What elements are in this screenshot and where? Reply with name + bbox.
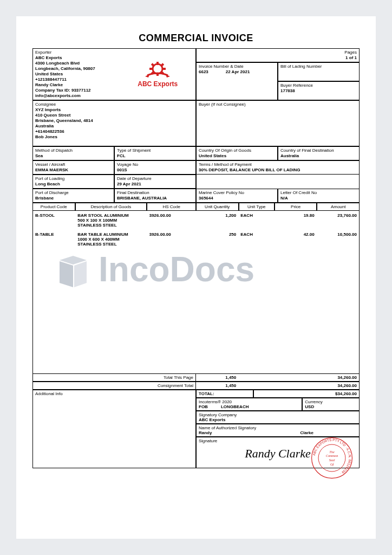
consign-total-qty: 1,450 xyxy=(196,382,238,389)
shipment-type-val: FCL xyxy=(117,153,193,159)
exporter-addr1: 4300 Longbeach Blvd xyxy=(35,61,122,66)
signature-val: Randy Clarke xyxy=(199,443,357,462)
exporter-phone: +121388447711 xyxy=(35,77,122,82)
buyer-ref: 177838 xyxy=(280,88,357,94)
exporter-taxid: Company Tax ID: 93377112 xyxy=(35,88,122,93)
terms-label: Terms / Method of Payment xyxy=(199,162,357,167)
final-dest-label: Final Destination xyxy=(117,190,193,196)
consignee-phone: +61404822536 xyxy=(35,129,193,134)
buyer-ref-cell: Buyer Reference 177838 xyxy=(278,81,360,100)
buyer-label: Buyer (If not Consignee) xyxy=(199,102,357,107)
bol-label: Bill of Lading Number xyxy=(280,64,357,69)
logo-text: ABC Exports xyxy=(138,80,178,88)
total-page-qty: 1,450 xyxy=(196,374,238,381)
addl-label: Additional Info xyxy=(35,391,193,396)
svg-point-0 xyxy=(153,64,162,74)
invoice-num-label: Invoice Number & Date xyxy=(199,64,275,69)
voyage-cell: Voyage No 001S xyxy=(114,160,196,175)
signature-label: Signature xyxy=(199,438,357,443)
total-label: TOTAL: xyxy=(196,390,253,398)
sig-company-cell: Signatory Company ABC Exports xyxy=(196,411,360,424)
item-unit: EACH xyxy=(238,213,274,228)
exporter-cell: Exporter ABC Exports 4300 Longbeach Blvd… xyxy=(32,48,196,100)
pol-cell: Port of Loading Long Beach xyxy=(32,175,114,189)
pol-val: Long Beach xyxy=(35,182,112,187)
invoice-page: COMMERCIAL INVOICE Exporter ABC Exports … xyxy=(16,16,376,539)
consign-total-row: Consignment Total 1,450 34,260.00 xyxy=(32,382,360,390)
consignee-country: Australia xyxy=(35,124,193,129)
item-hs: 3926.00.00 xyxy=(147,213,196,228)
exporter-contact: Randy Clarke xyxy=(35,82,122,88)
consign-total-amt: 34,260.00 xyxy=(317,382,359,389)
pod-cell: Port of Discharge Brisbane xyxy=(32,189,114,203)
loc-cell: Letter Of Credit No N/A xyxy=(278,189,360,203)
item-hs: 3926.00.00 xyxy=(147,232,196,247)
page-title: COMMERCIAL INVOICE xyxy=(32,33,360,44)
item-desc: BAR STOOL ALUMINIUM 500 X 100 X 100MM ST… xyxy=(75,213,147,228)
total-page-label: Total This Page xyxy=(33,374,196,381)
marine-val: 365644 xyxy=(199,196,275,201)
footer-grid: Additional Info TOTAL: $34,260.00 Incote… xyxy=(32,390,360,468)
shipment-type-label: Type of Shipment xyxy=(117,148,193,153)
pages-cell: Pages 1 of 1 xyxy=(196,48,360,62)
final-dest-cell: Final Destination BRISBANE, AUSTRALIA xyxy=(114,189,196,203)
item-unit: EACH xyxy=(238,232,274,247)
sig-company-val: ABC Exports xyxy=(199,417,357,422)
dispatch-label: Method of Dispatch xyxy=(35,148,112,153)
incoterms-term: FOB xyxy=(199,404,208,409)
dep-cell: Date of Departure 29 Apr 2021 xyxy=(114,175,196,189)
col-amount: Amount xyxy=(317,203,360,211)
item-price: 19.80 xyxy=(274,213,316,228)
loc-label: Letter Of Credit No xyxy=(280,190,357,196)
marine-cell: Marine Cover Policy No 365644 xyxy=(196,189,278,203)
col-qty: Unit Quantity xyxy=(196,203,239,211)
gear-icon xyxy=(144,60,171,79)
col-price: Price xyxy=(275,203,317,211)
voyage-label: Voyage No xyxy=(117,162,193,167)
buyer-cell: Buyer (If not Consignee) xyxy=(196,100,360,146)
consignee-cell: Consignee XYZ Imports 410 Queen Street B… xyxy=(32,100,196,146)
sig-company-label: Signatory Company xyxy=(199,412,357,417)
top-block: Exporter ABC Exports 4300 Longbeach Blvd… xyxy=(32,48,360,100)
origin-label: Country Of Origin of Goods xyxy=(199,148,275,153)
consignee-addr1: 410 Queen Street xyxy=(35,113,193,118)
item-amount: 23,760.00 xyxy=(317,213,359,228)
items-header: Product Code Description of Goods HS Cod… xyxy=(32,203,360,211)
incoterms-cell: Incoterms® 2020 FOB LONGBEACH xyxy=(196,398,302,411)
item-row: B-TABLE BAR TABLE ALUMINIUM 1000 X 600 X… xyxy=(33,232,359,247)
vessel-cell: Vessel / Aircraft EMMA MAERSK xyxy=(32,160,114,175)
svg-rect-3 xyxy=(149,68,153,70)
item-desc: BAR TABLE ALUMINIUM 1000 X 600 X 400MM S… xyxy=(75,232,147,247)
consignee-addr2: Brisbane, Queensland, 4814 xyxy=(35,118,193,124)
terms-val: 30% DEPOSIT, BALANCE UPON BILL OF LADING xyxy=(199,167,357,173)
dispatch-val: Sea xyxy=(35,153,112,159)
exporter-country: United States xyxy=(35,72,122,77)
invoice-num: 6623 xyxy=(199,69,208,75)
item-qty: 1,200 xyxy=(196,213,238,228)
voyage-val: 001S xyxy=(117,167,193,173)
invoice-num-cell: Invoice Number & Date 6623 22 Apr 2021 xyxy=(196,62,278,100)
terms-cell: Terms / Method of Payment 30% DEPOSIT, B… xyxy=(196,160,360,175)
total-page-row: Total This Page 1,450 34,260.00 xyxy=(32,373,360,382)
item-row: B-STOOL BAR STOOL ALUMINIUM 500 X 100 X … xyxy=(33,213,359,228)
item-code: B-TABLE xyxy=(33,232,75,247)
dep-val: 29 Apr 2021 xyxy=(117,182,193,187)
incoterms-label: Incoterms® 2020 xyxy=(199,399,299,404)
pod-val: Brisbane xyxy=(35,196,112,201)
dispatch-cell: Method of Dispatch Sea xyxy=(32,146,114,160)
loc-val: N/A xyxy=(280,196,357,201)
consignee-label: Consignee xyxy=(35,102,193,107)
top-right: Pages 1 of 1 Invoice Number & Date 6623 … xyxy=(196,48,360,100)
item-qty: 250 xyxy=(196,232,238,247)
buyer-ref-label: Buyer Reference xyxy=(280,83,357,88)
vessel-val: EMMA MAERSK xyxy=(35,167,112,173)
dest-country-label: Country of Final Destination xyxy=(280,148,357,153)
incoterms-place: LONGBEACH xyxy=(221,404,249,409)
exporter-label: Exporter xyxy=(35,50,122,55)
origin-cell: Country Of Origin of Goods United States xyxy=(196,146,278,160)
items-body: B-STOOL BAR STOOL ALUMINIUM 500 X 100 X … xyxy=(32,211,360,373)
additional-info-cell: Additional Info xyxy=(32,390,196,468)
logo: ABC Exports xyxy=(122,50,193,99)
col-desc: Description of Goods xyxy=(75,203,147,211)
final-dest-val: BRISBANE, AUSTRALIA xyxy=(117,196,193,201)
